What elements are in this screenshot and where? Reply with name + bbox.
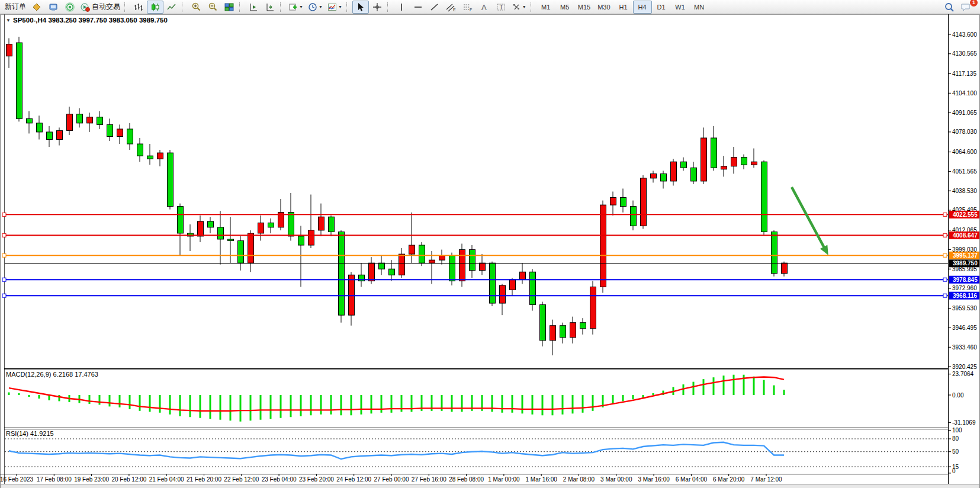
line-handle-left[interactable]: [2, 278, 6, 281]
rsi-label: RSI(14) 41.9215: [6, 430, 54, 437]
gold-diamond-icon[interactable]: [28, 1, 45, 14]
rsi-tick-label: 0: [952, 468, 956, 474]
fibonacci-tool-icon[interactable]: F: [460, 1, 476, 14]
macd-tick-label: 0.00: [952, 392, 964, 399]
time-tick-label: 24 Feb 12:00: [336, 476, 371, 483]
trendline-tool-icon[interactable]: [426, 1, 443, 14]
time-tick-label: 23 Feb 04:00: [262, 476, 297, 483]
timeframe-button-h1[interactable]: H1: [614, 1, 633, 14]
candle-body: [470, 250, 475, 271]
price-tick-label: 4117.135: [952, 70, 976, 77]
period-clock-button[interactable]: ▼: [306, 1, 325, 14]
rsi-tick-label: 80: [952, 435, 959, 442]
timeframe-button-mn[interactable]: MN: [690, 1, 709, 14]
level-price-label-0: 4022.555: [949, 211, 979, 219]
candle-body: [520, 272, 526, 280]
timeframe-button-m30[interactable]: M30: [594, 1, 613, 14]
candle-body: [107, 124, 113, 136]
chevron-down-icon: ▼: [319, 5, 323, 9]
level-price-label-3: 3978.845: [949, 276, 979, 284]
timeframe-button-w1[interactable]: W1: [671, 1, 690, 14]
indicators-button[interactable]: ▼: [325, 1, 345, 14]
time-tick-label: 21 Feb 04:00: [149, 476, 184, 483]
level-price-label-4-text: 3968.116: [953, 293, 978, 299]
candle-body: [37, 123, 43, 132]
chart-menu-triangle[interactable]: ▼: [6, 18, 11, 23]
auto-arrange-icon[interactable]: [245, 1, 262, 14]
current-price-label-text: 3989.750: [953, 260, 978, 267]
timeframe-button-m1[interactable]: M1: [536, 1, 555, 14]
zoom-in-icon[interactable]: [188, 1, 204, 14]
line-handle-left[interactable]: [2, 213, 6, 216]
chart-title: ▼SP500-,H4 3983.250 3997.750 3983.050 39…: [6, 17, 168, 24]
macd-tick-label: 23.7064: [952, 371, 974, 377]
line-handle-right[interactable]: [943, 253, 947, 257]
notifications-button[interactable]: 1: [957, 1, 974, 14]
candle-body: [168, 153, 173, 207]
broadcast-icon[interactable]: [62, 1, 78, 14]
toolbar-separator: [239, 2, 243, 12]
vertical-line-tool-icon[interactable]: [393, 1, 410, 14]
line-handle-right[interactable]: [943, 294, 947, 297]
time-tick-label: 16 Feb 2023: [0, 476, 34, 483]
candle-body: [631, 207, 637, 226]
toolbar-separator: [346, 2, 350, 12]
line-handle-left[interactable]: [2, 233, 6, 237]
candle-body: [97, 117, 103, 125]
auto-trading-button[interactable]: 自动交易: [78, 1, 123, 14]
price-tick-label: 4130.565: [952, 50, 977, 57]
chart-shift-icon[interactable]: [262, 1, 278, 14]
line-handle-right[interactable]: [943, 278, 947, 281]
time-tick-label: 23 Feb 20:00: [299, 476, 334, 483]
candle-body: [560, 326, 566, 338]
timeframe-button-m5[interactable]: M5: [555, 1, 574, 14]
market-watch-icon[interactable]: [45, 1, 62, 14]
cursor-tool-icon[interactable]: [352, 1, 369, 14]
mt4-window: { "toolbar": { "new_order_label": "新订单",…: [0, 0, 980, 488]
toolbar-separator: [280, 2, 284, 12]
new-chart-button[interactable]: ▼: [286, 1, 306, 14]
timeframe-button-h4[interactable]: H4: [633, 1, 652, 14]
line-handle-left[interactable]: [2, 294, 6, 297]
symbol-quote-title: SP500-,H4 3983.250 3997.750 3983.050 398…: [13, 17, 168, 24]
bar-chart-mode-icon[interactable]: [130, 1, 147, 14]
candle-body: [389, 269, 395, 275]
text-tool-icon[interactable]: A: [476, 1, 493, 14]
line-handle-right[interactable]: [943, 233, 947, 237]
line-handle-left[interactable]: [2, 253, 6, 257]
line-handle-right[interactable]: [943, 213, 947, 216]
zoom-out-icon[interactable]: [204, 1, 221, 14]
candle-body: [419, 245, 425, 263]
current-price-label: 3989.750: [949, 259, 979, 267]
horizontal-line-tool-icon[interactable]: [410, 1, 426, 14]
tile-windows-icon[interactable]: [221, 1, 237, 14]
time-tick-label: 22 Feb 12:00: [224, 476, 259, 483]
candle-body: [178, 207, 184, 233]
candle-body: [429, 260, 435, 263]
candle-body: [460, 250, 465, 281]
candle-body: [47, 132, 53, 140]
line-chart-mode-icon[interactable]: [163, 1, 180, 14]
price-tick-label: 4091.065: [952, 110, 977, 116]
timeframe-group: M1M5M15M30H1H4D1W1MN: [536, 1, 709, 14]
time-tick-label: 17 Feb 08:00: [37, 476, 72, 483]
new-order-button[interactable]: 新订单: [2, 1, 28, 14]
candle-body: [510, 280, 516, 290]
time-tick-label: 6 Mar 20:00: [713, 476, 745, 483]
rsi-tick-label: 50: [952, 448, 959, 455]
channel-tool-icon[interactable]: E: [443, 1, 460, 14]
time-tick-label: 7 Mar 12:00: [750, 476, 782, 483]
crosshair-tool-icon[interactable]: [369, 1, 385, 14]
candle-body: [248, 233, 254, 263]
candle-body: [258, 223, 264, 233]
search-icon[interactable]: [941, 1, 957, 14]
svg-text:F: F: [470, 8, 472, 12]
timeframe-button-m15[interactable]: M15: [574, 1, 594, 14]
candle-body: [661, 174, 667, 181]
candle-body: [439, 256, 445, 261]
candlestick-mode-icon[interactable]: [147, 1, 163, 14]
timeframe-button-d1[interactable]: D1: [652, 1, 671, 14]
arrows-tool-icon[interactable]: ▼: [509, 1, 529, 14]
text-label-tool-icon[interactable]: T: [493, 1, 509, 14]
candle-body: [611, 198, 616, 206]
